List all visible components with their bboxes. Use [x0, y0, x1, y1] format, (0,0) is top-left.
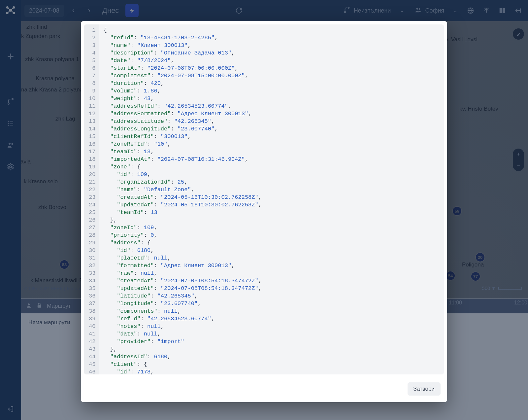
close-button[interactable]: Затвори [408, 382, 441, 396]
code-viewer[interactable]: 1234567891011121314151617181920212223242… [84, 24, 444, 374]
code-gutter: 1234567891011121314151617181920212223242… [84, 24, 99, 374]
json-viewer-modal: 1234567891011121314151617181920212223242… [81, 21, 447, 402]
modal-overlay[interactable]: 1234567891011121314151617181920212223242… [0, 0, 528, 420]
code-content: { "refId": "13-45481-1708-2-4285", "name… [99, 24, 444, 374]
